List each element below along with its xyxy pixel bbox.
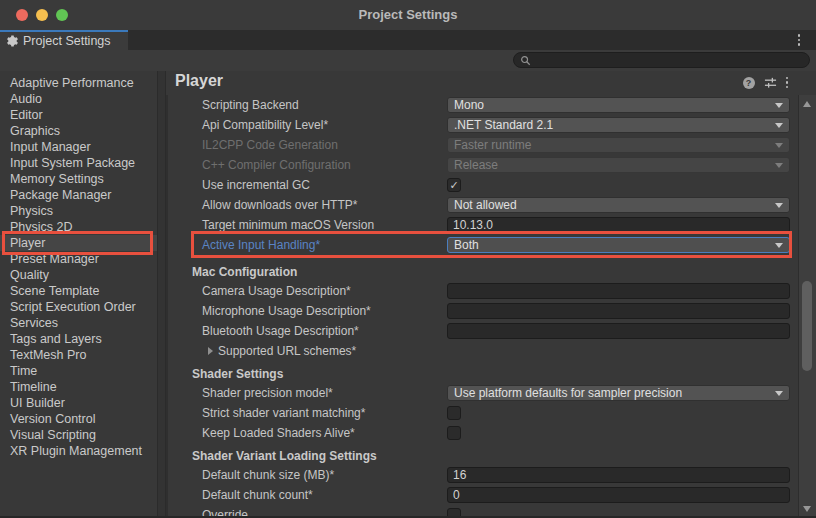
sidebar-item-script-execution-order[interactable]: Script Execution Order: [0, 299, 157, 315]
sidebar-item-memory-settings[interactable]: Memory Settings: [0, 171, 157, 187]
sidebar-item-physics-2d[interactable]: Physics 2D: [0, 219, 157, 235]
vertical-scrollbar[interactable]: [798, 95, 816, 518]
setting-label: IL2CPP Code Generation: [202, 135, 338, 155]
project-settings-window: Project Settings Project Settings Adapti…: [0, 0, 816, 518]
setting-label: Default chunk count*: [202, 485, 313, 505]
strict-shader-variant-matching-checkbox[interactable]: ✓: [447, 406, 461, 420]
bluetooth-usage-description-field[interactable]: [447, 323, 790, 339]
setting-row-target-minimum-macos-version: Target minimum macOS Version: [168, 215, 798, 235]
search-input[interactable]: [535, 54, 803, 66]
sidebar-item-audio[interactable]: Audio: [0, 91, 157, 107]
setting-row-allow-downloads-over-http: Allow downloads over HTTP* Not allowed: [168, 195, 798, 215]
sidebar-item-physics[interactable]: Physics: [0, 203, 157, 219]
gear-icon: [6, 35, 18, 47]
setting-row-default-chunk-count: Default chunk count*: [168, 485, 798, 505]
default-chunk-size-field[interactable]: [447, 467, 790, 483]
chevron-down-icon: [775, 103, 783, 108]
setting-label: Supported URL schemes*: [218, 341, 356, 361]
content-body: Adaptive Performance Audio Editor Graphi…: [0, 71, 816, 518]
setting-label: Strict shader variant matching*: [202, 403, 365, 423]
sidebar-item-quality[interactable]: Quality: [0, 267, 157, 283]
tab-project-settings[interactable]: Project Settings: [0, 30, 128, 50]
sidebar-item-input-manager[interactable]: Input Manager: [0, 139, 157, 155]
sidebar-item-xr-plugin-management[interactable]: XR Plugin Management: [0, 443, 157, 459]
setting-label: Microphone Usage Description*: [202, 301, 371, 321]
use-incremental-gc-checkbox[interactable]: ✓: [447, 178, 461, 192]
tab-strip: Project Settings: [0, 30, 816, 50]
foldout-arrow-icon: [208, 347, 213, 355]
setting-label: Use incremental GC: [202, 175, 310, 195]
scroll-down-arrow-icon[interactable]: [803, 506, 811, 512]
search-icon: [520, 55, 531, 66]
setting-label: Shader precision model*: [202, 383, 333, 403]
active-input-handling-dropdown[interactable]: Both: [447, 237, 790, 253]
setting-row-bluetooth-usage-description: Bluetooth Usage Description*: [168, 321, 798, 341]
titlebar: Project Settings: [0, 0, 816, 30]
camera-usage-description-field[interactable]: [447, 283, 790, 299]
setting-label: Camera Usage Description*: [202, 281, 351, 301]
presets-icon[interactable]: [764, 76, 777, 89]
setting-row-api-compatibility-level: Api Compatibility Level* .NET Standard 2…: [168, 115, 798, 135]
setting-row-camera-usage-description: Camera Usage Description*: [168, 281, 798, 301]
keep-loaded-shaders-alive-checkbox[interactable]: ✓: [447, 426, 461, 440]
section-shader-settings: Shader Settings: [168, 365, 798, 383]
chevron-down-icon: [775, 163, 783, 168]
setting-row-default-chunk-size: Default chunk size (MB)*: [168, 465, 798, 485]
setting-label: Target minimum macOS Version: [202, 215, 374, 235]
scroll-up-arrow-icon[interactable]: [803, 101, 811, 107]
setting-row-keep-loaded-shaders-alive: Keep Loaded Shaders Alive* ✓: [168, 423, 798, 443]
sidebar-item-adaptive-performance[interactable]: Adaptive Performance: [0, 75, 157, 91]
sidebar-item-preset-manager[interactable]: Preset Manager: [0, 251, 157, 267]
setting-row-scripting-backend: Scripting Backend Mono: [168, 95, 798, 115]
microphone-usage-description-field[interactable]: [447, 303, 790, 319]
sidebar-item-graphics[interactable]: Graphics: [0, 123, 157, 139]
chevron-down-icon: [775, 143, 783, 148]
section-mac-configuration: Mac Configuration: [168, 263, 798, 281]
chevron-down-icon: [775, 391, 783, 396]
settings-category-list: Adaptive Performance Audio Editor Graphi…: [0, 71, 157, 518]
player-settings-panel: Player ? Scripting Backend Mono: [166, 71, 816, 518]
scrollbar-thumb[interactable]: [802, 281, 812, 371]
setting-row-shader-precision-model: Shader precision model* Use platform def…: [168, 383, 798, 403]
setting-label: Bluetooth Usage Description*: [202, 321, 359, 341]
sidebar-item-time[interactable]: Time: [0, 363, 157, 379]
sidebar-splitter[interactable]: [157, 71, 166, 518]
sidebar-item-scene-template[interactable]: Scene Template: [0, 283, 157, 299]
tab-strip-menu-icon[interactable]: [792, 33, 806, 47]
shader-precision-model-dropdown[interactable]: Use platform defaults for sampler precis…: [447, 385, 790, 401]
setting-row-cpp-compiler-configuration: C++ Compiler Configuration Release: [168, 155, 798, 175]
help-icon[interactable]: ?: [743, 77, 755, 89]
tab-label: Project Settings: [23, 34, 111, 48]
setting-row-use-incremental-gc: Use incremental GC ✓: [168, 175, 798, 195]
sidebar-item-player[interactable]: Player: [0, 235, 157, 251]
section-shader-variant-loading-settings: Shader Variant Loading Settings: [168, 447, 798, 465]
setting-label: Scripting Backend: [202, 95, 299, 115]
sidebar-item-visual-scripting[interactable]: Visual Scripting: [0, 427, 157, 443]
settings-scroll-area: Scripting Backend Mono Api Compatibility…: [166, 95, 798, 518]
target-minimum-macos-version-field[interactable]: [447, 217, 790, 233]
panel-menu-icon[interactable]: [786, 77, 789, 89]
setting-label: C++ Compiler Configuration: [202, 155, 351, 175]
sidebar-item-tags-and-layers[interactable]: Tags and Layers: [0, 331, 157, 347]
default-chunk-count-field[interactable]: [447, 487, 790, 503]
sidebar-item-version-control[interactable]: Version Control: [0, 411, 157, 427]
allow-downloads-over-http-dropdown[interactable]: Not allowed: [447, 197, 790, 213]
toolbar: [0, 50, 816, 71]
il2cpp-code-generation-dropdown: Faster runtime: [447, 137, 790, 153]
setting-label: Default chunk size (MB)*: [202, 465, 334, 485]
sidebar-item-services[interactable]: Services: [0, 315, 157, 331]
api-compatibility-level-dropdown[interactable]: .NET Standard 2.1: [447, 117, 790, 133]
sidebar-item-package-manager[interactable]: Package Manager: [0, 187, 157, 203]
scripting-backend-dropdown[interactable]: Mono: [447, 97, 790, 113]
setting-label: Allow downloads over HTTP*: [202, 195, 357, 215]
search-box[interactable]: [513, 52, 810, 68]
setting-row-microphone-usage-description: Microphone Usage Description*: [168, 301, 798, 321]
sidebar-item-timeline[interactable]: Timeline: [0, 379, 157, 395]
setting-row-active-input-handling: Active Input Handling* Both: [168, 235, 798, 255]
sidebar-item-editor[interactable]: Editor: [0, 107, 157, 123]
supported-url-schemes-foldout[interactable]: Supported URL schemes*: [168, 341, 798, 361]
setting-label: Api Compatibility Level*: [202, 115, 328, 135]
sidebar-item-ui-builder[interactable]: UI Builder: [0, 395, 157, 411]
sidebar-item-input-system-package[interactable]: Input System Package: [0, 155, 157, 171]
sidebar-item-textmesh-pro[interactable]: TextMesh Pro: [0, 347, 157, 363]
